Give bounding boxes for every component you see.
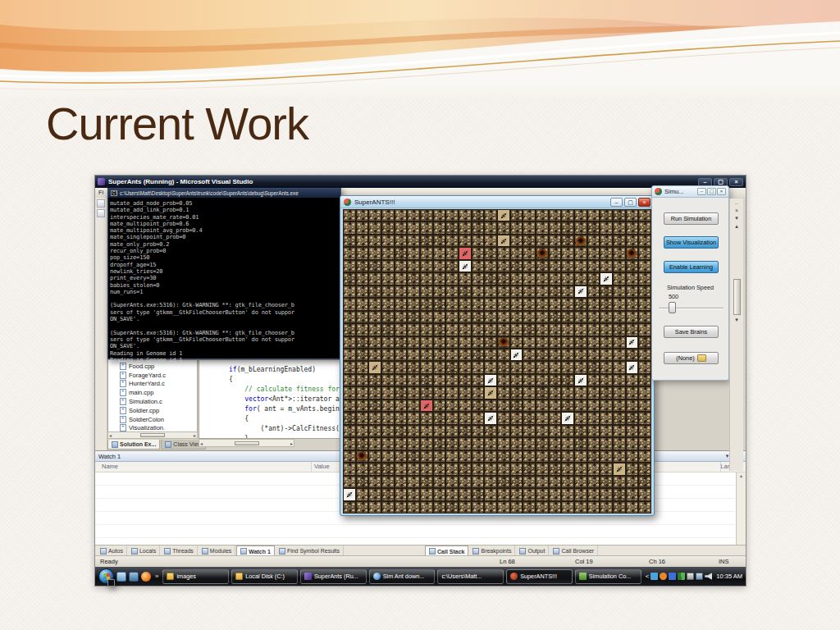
vs-titlebar[interactable]: SuperAnts (Running) - Microsoft Visual S… [95, 176, 746, 188]
solution-tree-item[interactable]: ForageYard.c [120, 371, 197, 380]
menu-file-partial[interactable]: Fi [98, 189, 103, 196]
editor-hscrollbar[interactable]: ◂ ▸ [199, 439, 294, 447]
grid-cell [561, 221, 574, 234]
superants-titlebar[interactable]: SuperANTS!!! [340, 196, 654, 208]
taskbar-button-c-users-matt-[interactable]: c:\Users\Matt... [437, 569, 504, 584]
watch-vscrollbar[interactable]: ▴ [736, 472, 746, 545]
column-value[interactable]: Value [314, 463, 330, 470]
grid-cell [420, 425, 433, 437]
grid-cell [407, 488, 420, 500]
minimize-icon[interactable] [698, 178, 712, 186]
scroll-thumb[interactable] [733, 279, 741, 315]
grip-icon: ∙∙ [730, 200, 743, 206]
solution-tree-item[interactable]: Soldier.cpp [120, 406, 197, 415]
scroll-thumb[interactable] [140, 433, 165, 437]
maximize-icon[interactable] [707, 188, 716, 195]
ant-icon [603, 276, 610, 283]
scroll-left-icon[interactable]: ◂ [200, 441, 203, 446]
grid-cell [510, 412, 523, 424]
server-explorer-icon[interactable] [97, 209, 105, 217]
grid-cell [356, 488, 369, 500]
console-titlebar[interactable]: c:\Users\Matt\Desktop\SuperAnts\trunk\co… [108, 189, 340, 198]
panel-titlebar[interactable]: Simu... [652, 186, 728, 198]
switch-windows-icon[interactable] [129, 572, 139, 582]
taskbar-button-simulation-co-[interactable]: Simulation Co... [575, 569, 641, 584]
close-icon[interactable] [638, 198, 651, 207]
maximize-icon[interactable] [624, 198, 637, 207]
grid-cell [613, 437, 626, 450]
grid-cell [536, 361, 549, 373]
solution-tree-item[interactable]: HunterYard.c [120, 380, 197, 389]
tab-icon [553, 548, 559, 555]
column-name[interactable]: Name [102, 463, 118, 470]
tray-security-icon[interactable] [669, 573, 676, 580]
console-line: num_runs=1 [110, 289, 339, 295]
tray-sync-icon[interactable] [678, 573, 685, 580]
tray-app-icon[interactable] [660, 573, 667, 580]
grid-cell [510, 488, 523, 500]
scroll-up-icon[interactable]: ▴ [730, 223, 743, 230]
scroll-thumb[interactable] [235, 441, 259, 445]
debug-tab-row: AutosLocalsThreadsModulesWatch 1Find Sym… [95, 545, 746, 555]
close-icon[interactable]: × [730, 208, 743, 213]
network-icon[interactable] [696, 573, 703, 580]
grid-cell [497, 361, 510, 373]
tray-chevron[interactable]: < [646, 573, 650, 580]
tab-solution-ex-[interactable]: Solution Ex... [107, 440, 160, 450]
ant-icon [461, 262, 468, 270]
grid-cell [600, 323, 613, 336]
grid-cell [638, 323, 651, 336]
taskbar-button-sim-ant-down-[interactable]: Sim Ant down... [369, 569, 436, 584]
cpp-file-icon [120, 380, 126, 387]
solution-hscrollbar[interactable]: ◂ ▸ [107, 431, 198, 439]
status-insert-mode: INS [719, 558, 729, 565]
console-line: mate_multipoint_prob=0.6 [110, 221, 339, 227]
scroll-left-icon[interactable]: ◂ [109, 432, 112, 438]
grid-cell [587, 272, 600, 285]
speed-slider-thumb[interactable] [669, 302, 676, 313]
solution-tree-item[interactable]: Simulation.c [120, 397, 197, 406]
grid-cell [523, 209, 536, 221]
toolbox-icon[interactable] [97, 199, 105, 208]
show-desktop-icon[interactable] [116, 572, 126, 582]
firefox-icon[interactable] [141, 572, 151, 582]
grid-cell [445, 247, 459, 259]
brain-file-chooser-button[interactable]: (None) [664, 352, 719, 364]
tray-update-icon[interactable] [651, 573, 658, 580]
minimize-icon[interactable] [697, 188, 706, 195]
grid-cell [600, 209, 613, 221]
save-brains-button[interactable]: Save Brains [664, 326, 719, 338]
battery-icon[interactable] [687, 573, 694, 580]
grid-cell [472, 285, 485, 298]
maximize-icon[interactable] [714, 178, 728, 186]
taskbar-button-superants-ru-[interactable]: SuperAnts (Ru... [300, 569, 367, 584]
scroll-right-icon[interactable]: ▸ [194, 432, 196, 438]
solution-tree-item[interactable]: main.cpp [120, 388, 197, 397]
taskbar-button-local-disk-c-[interactable]: Local Disk (C:) [231, 569, 298, 584]
scroll-right-icon[interactable]: ▸ [290, 441, 293, 446]
grid-cell [510, 386, 523, 399]
taskbar-button-images[interactable]: images [162, 569, 229, 584]
taskbar-button-superants-[interactable]: SuperANTS!!! [506, 569, 573, 584]
quicklaunch-overflow[interactable]: » [155, 573, 158, 580]
volume-icon[interactable] [705, 573, 712, 580]
enable-learning-button[interactable]: Enable Learning [664, 261, 719, 273]
simulation-speed-value: 500 [669, 293, 678, 300]
grid-cell [407, 260, 420, 272]
scroll-down-icon[interactable]: ▾ [730, 317, 743, 323]
solution-tree-item[interactable]: SoldierColon [120, 415, 197, 424]
grid-cell [420, 450, 433, 463]
minimize-icon[interactable] [610, 198, 623, 207]
chevron-down-icon[interactable]: ▾ [726, 453, 729, 459]
run-simulation-button[interactable]: Run Simulation [664, 212, 719, 225]
show-visualization-button[interactable]: Show Visualization [664, 236, 719, 249]
grid-cell [420, 209, 433, 221]
close-icon[interactable] [729, 178, 743, 186]
grid-cell [343, 386, 356, 399]
close-icon[interactable] [717, 188, 726, 195]
chevron-down-icon[interactable]: ▾ [730, 215, 743, 221]
grid-cell [536, 374, 549, 386]
code-editor-text[interactable]: if(m_bLearningEnabled){ // calculate fit… [229, 365, 348, 439]
grid-cell [472, 476, 485, 488]
anthill-cell [574, 235, 587, 247]
